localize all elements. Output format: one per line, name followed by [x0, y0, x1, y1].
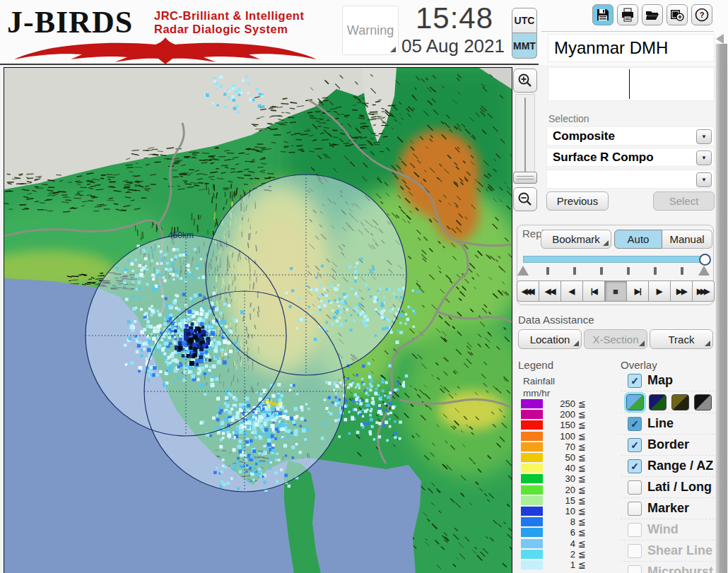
legend-value: 2: [546, 549, 575, 560]
forward-fast-button[interactable]: ▶▶▶: [693, 280, 715, 302]
header-divider: [0, 64, 539, 65]
open-file-button[interactable]: [642, 4, 663, 25]
help-button[interactable]: ?: [691, 4, 712, 25]
manual-mode-button[interactable]: Manual: [662, 230, 712, 249]
station-name-field[interactable]: Myanmar DMH: [548, 34, 715, 62]
forward-button[interactable]: ▶▶: [671, 280, 693, 302]
radar-coverage-tint: [4, 68, 512, 573]
panel-splitter[interactable]: [715, 44, 727, 573]
legend-value: 50: [546, 452, 575, 463]
legend-color-swatch: [521, 463, 543, 473]
overlay-item-label: Shear Line: [647, 543, 712, 558]
map-style-1[interactable]: [626, 394, 644, 410]
legend-value: 4: [546, 538, 575, 549]
stop-button[interactable]: ■: [605, 280, 627, 302]
legend-row: 100≦: [521, 431, 613, 442]
zoom-out-icon: [517, 191, 533, 207]
dropdown-composite[interactable]: Composite ▼: [546, 126, 715, 146]
play-back-button[interactable]: ◀: [561, 280, 583, 302]
rewind-fast-button[interactable]: ◀◀◀: [517, 280, 539, 302]
help-icon: ?: [695, 8, 709, 22]
data-assistance-label: Data Assistance: [518, 314, 594, 326]
legend-color-swatch: [521, 560, 543, 569]
marker-checkbox[interactable]: [628, 502, 642, 516]
legend-color-swatch: [521, 507, 543, 516]
replay-tick: [681, 267, 683, 275]
map-checkbox[interactable]: ✓: [628, 374, 642, 388]
legend-color-swatch: [521, 442, 543, 451]
playback-controls: ◀◀◀◀◀◀|◀■▶|▶▶▶▶▶▶: [517, 280, 715, 302]
replay-range-end-marker[interactable]: [698, 266, 710, 276]
range-az-checkbox[interactable]: ✓: [628, 459, 642, 473]
add-image-button[interactable]: [667, 4, 688, 25]
border-checkbox[interactable]: ✓: [628, 438, 642, 452]
coordinate-display-field[interactable]: [548, 67, 715, 101]
map-style-swatches: [621, 391, 715, 413]
legend-title-line1: Rainfall: [523, 375, 555, 387]
corner-expand-icon: [705, 341, 710, 346]
legend-lte-symbol: ≦: [578, 431, 586, 442]
open-folder-icon: [645, 8, 659, 22]
chevron-down-icon[interactable]: ▼: [696, 150, 712, 165]
print-button[interactable]: [617, 4, 638, 25]
legend-lte-symbol: ≦: [578, 420, 586, 430]
print-icon: [621, 8, 635, 22]
map-style-2[interactable]: [649, 394, 667, 410]
legend-lte-symbol: ≦: [578, 516, 586, 527]
radar-map[interactable]: 450km: [4, 67, 512, 573]
logo-tagline-1: JRC-Brilliant & Intelligent: [154, 9, 304, 23]
bookmark-button[interactable]: Bookmark: [541, 230, 611, 249]
replay-slider-track[interactable]: [523, 256, 705, 263]
dropdown-extra[interactable]: ▼: [546, 170, 715, 189]
legend-lte-symbol: ≦: [578, 485, 586, 495]
legend-lte-symbol: ≦: [578, 398, 586, 409]
legend-lte-symbol: ≦: [578, 452, 586, 463]
legend-row: 8≦: [521, 516, 613, 527]
overlay-item-label: Wind: [647, 522, 679, 537]
legend-value: 30: [546, 473, 575, 484]
legend-scale: 250≦200≦150≦100≦70≦50≦40≦30≦20≦15≦10≦8≦6…: [521, 398, 613, 570]
panel-collapse-arrow-icon[interactable]: [716, 34, 724, 44]
range-ring-label: 450km: [168, 230, 194, 240]
auto-mode-button[interactable]: Auto: [614, 230, 662, 249]
legend-row: 2≦: [521, 549, 613, 560]
step-back-button[interactable]: |◀: [583, 280, 605, 302]
play-button[interactable]: ▶: [649, 280, 671, 302]
replay-tick: [600, 267, 603, 275]
replay-tick: [546, 267, 549, 275]
select-button[interactable]: Select: [653, 191, 715, 211]
location-button[interactable]: Location: [518, 329, 582, 349]
replay-slider-handle[interactable]: [699, 254, 711, 266]
dropdown-product[interactable]: Surface R Compo ▼: [546, 148, 715, 167]
replay-tick: [573, 267, 576, 275]
save-button[interactable]: [592, 4, 613, 25]
utc-button[interactable]: UTC: [512, 8, 537, 33]
legend-lte-symbol: ≦: [578, 560, 586, 570]
line-checkbox[interactable]: ✓: [628, 417, 642, 431]
chevron-down-icon[interactable]: ▼: [696, 129, 712, 144]
overlay-label: Overlay: [621, 359, 657, 371]
rewind-button[interactable]: ◀◀: [539, 280, 561, 302]
legend-lte-symbol: ≦: [578, 538, 586, 549]
map-style-3[interactable]: [671, 394, 689, 410]
chevron-down-icon[interactable]: ▼: [696, 172, 712, 187]
zoom-slider-handle[interactable]: [513, 172, 537, 184]
lati-long-checkbox[interactable]: [628, 480, 642, 495]
overlay-row-wind: Wind: [621, 519, 715, 540]
zoom-in-button[interactable]: [513, 69, 537, 93]
map-style-4[interactable]: [694, 394, 712, 410]
track-button[interactable]: Track: [650, 329, 713, 349]
save-icon: [596, 8, 610, 22]
x-section-button[interactable]: X-Section: [584, 329, 647, 349]
overlay-row-border: ✓Border: [621, 434, 715, 455]
legend-color-swatch: [521, 432, 543, 441]
warning-button[interactable]: Warning: [342, 6, 399, 55]
step-forward-button[interactable]: ▶|: [627, 280, 649, 302]
legend-value: 200: [546, 409, 575, 420]
zoom-out-button[interactable]: [513, 187, 537, 211]
legend-value: 100: [546, 431, 575, 442]
replay-range-start-marker[interactable]: [517, 266, 529, 276]
mmt-button[interactable]: MMT: [512, 33, 537, 59]
eagle-logo-icon: [10, 35, 321, 65]
previous-button[interactable]: Previous: [546, 191, 609, 211]
